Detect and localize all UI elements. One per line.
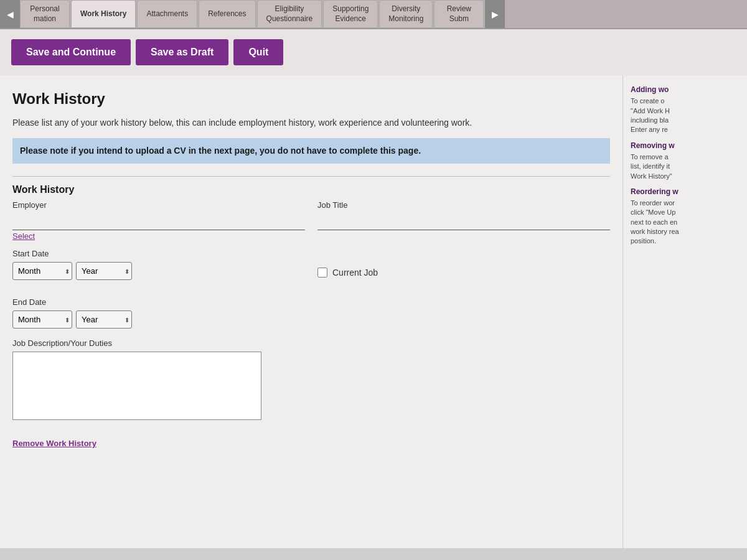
start-date-group: Start Date Month January February March … (12, 249, 305, 280)
start-date-label: Start Date (12, 249, 305, 258)
end-date-selects: Month January February March April May J… (12, 310, 610, 329)
job-description-textarea[interactable] (12, 352, 261, 420)
sidebar-reordering-title: Reordering w (631, 187, 740, 196)
end-year-wrapper: Year 2024 2023 2022 2021 2020 (76, 310, 132, 329)
sidebar: Adding wo To create o "Add Work H includ… (622, 75, 747, 548)
save-draft-button[interactable]: Save as Draft (136, 39, 228, 65)
start-month-select[interactable]: Month January February March April May J… (12, 262, 72, 280)
job-description-section: Job Description/Your Duties (12, 338, 610, 422)
main-wrapper: Work History Please list any of your wor… (0, 75, 747, 548)
end-date-group: End Date Month January February March Ap… (12, 297, 610, 329)
start-month-wrapper: Month January February March April May J… (12, 262, 72, 280)
sidebar-reordering-text: To reorder wor click "Move Up next to ea… (631, 198, 740, 246)
employer-select-link[interactable]: Select (12, 231, 35, 241)
section-divider (12, 176, 610, 177)
tab-review[interactable]: Review Subm (434, 0, 484, 28)
current-job-checkbox[interactable] (317, 268, 327, 278)
tab-references[interactable]: References (199, 0, 255, 28)
page-description: Please list any of your work history bel… (12, 116, 610, 129)
job-title-col: Job Title (317, 200, 610, 241)
nav-right-arrow[interactable]: ▶ (485, 0, 505, 28)
remove-work-history-link[interactable]: Remove Work History (12, 439, 96, 448)
current-job-row: Current Job (317, 249, 610, 278)
sidebar-adding-text: To create o "Add Work H including bla En… (631, 96, 740, 135)
action-bar: Save and Continue Save as Draft Quit (0, 29, 747, 75)
main-content: Work History Please list any of your wor… (0, 75, 622, 548)
note-box: Please note if you intend to upload a CV… (12, 138, 610, 164)
start-date-selects: Month January February March April May J… (12, 262, 305, 280)
nav-left-arrow[interactable]: ◀ (0, 0, 20, 28)
quit-button[interactable]: Quit (233, 39, 283, 65)
start-year-select[interactable]: Year 2024 2023 2022 2021 2020 (76, 262, 132, 280)
employer-jobtitle-row: Employer Select Job Title (12, 200, 610, 241)
employer-input[interactable] (12, 212, 305, 230)
employer-label: Employer (12, 200, 305, 210)
sidebar-removing-title: Removing w (631, 141, 740, 150)
end-year-select[interactable]: Year 2024 2023 2022 2021 2020 (76, 310, 132, 329)
tab-personal[interactable]: Personal mation (20, 0, 70, 28)
employer-col: Employer Select (12, 200, 305, 241)
sidebar-removing-text: To remove a list, identify it Work Histo… (631, 152, 740, 181)
tab-attachments[interactable]: Attachments (137, 0, 197, 28)
end-month-wrapper: Month January February March April May J… (12, 310, 72, 329)
current-job-col: Current Job (317, 249, 610, 290)
job-title-input[interactable] (317, 212, 610, 230)
end-month-select[interactable]: Month January February March April May J… (12, 310, 72, 329)
start-year-wrapper: Year 2024 2023 2022 2021 2020 (76, 262, 132, 280)
job-title-label: Job Title (317, 200, 610, 210)
sidebar-adding-title: Adding wo (631, 85, 740, 94)
tab-supporting[interactable]: Supporting Evidence (323, 0, 378, 28)
job-description-label: Job Description/Your Duties (12, 338, 610, 348)
startdate-currentjob-row: Start Date Month January February March … (12, 249, 610, 290)
page-title: Work History (12, 90, 610, 108)
form-section-title: Work History (12, 184, 610, 195)
tab-eligibility[interactable]: Eligibility Questionnaire (257, 0, 322, 28)
navigation-tabs: ◀ Personal mation Work History Attachmen… (0, 0, 747, 29)
current-job-label: Current Job (332, 268, 378, 278)
tab-work-history[interactable]: Work History (71, 0, 136, 28)
save-continue-button[interactable]: Save and Continue (11, 39, 131, 65)
start-date-col: Start Date Month January February March … (12, 249, 305, 290)
end-date-label: End Date (12, 297, 610, 307)
tab-diversity[interactable]: Diversity Monitoring (379, 0, 433, 28)
